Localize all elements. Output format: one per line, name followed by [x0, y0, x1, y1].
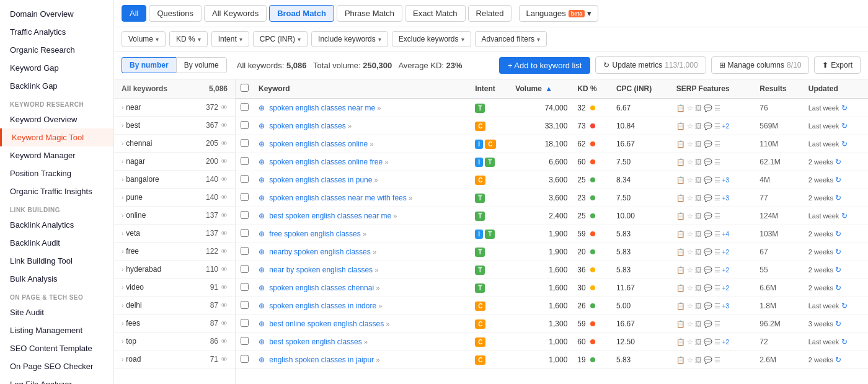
sidebar-item-domain-overview[interactable]: Domain Overview	[0, 5, 113, 23]
kd-filter[interactable]: KD % ▾	[169, 31, 208, 47]
left-panel-item[interactable]: › nagar 200 👁	[114, 153, 235, 171]
left-panel-item[interactable]: › free 122 👁	[114, 243, 235, 261]
updated-column-header[interactable]: Updated	[804, 79, 868, 99]
add-keyword-icon[interactable]: ⊕	[259, 212, 265, 220]
left-panel-item[interactable]: › near 372 👁	[114, 99, 235, 117]
refresh-icon[interactable]: ↻	[835, 284, 841, 292]
sidebar-item-organic-research[interactable]: Organic Research	[0, 41, 113, 59]
row-checkbox-cell[interactable]	[236, 171, 254, 189]
keyword-expand-icon[interactable]: »	[378, 302, 382, 310]
intent-column-header[interactable]: Intent	[470, 79, 510, 99]
keyword-expand-icon[interactable]: »	[363, 230, 366, 238]
keyword-expand-icon[interactable]: »	[370, 140, 373, 148]
keyword-expand-icon[interactable]: »	[409, 194, 412, 202]
add-keyword-icon[interactable]: ⊕	[259, 194, 265, 202]
keyword-link[interactable]: best spoken english classes	[269, 337, 361, 346]
sidebar-item-listing-management[interactable]: Listing Management	[0, 321, 113, 339]
left-panel-item[interactable]: › top 86 👁	[114, 333, 235, 351]
keyword-expand-icon[interactable]: »	[377, 104, 381, 112]
keyword-link[interactable]: spoken english classes online	[269, 140, 368, 148]
row-checkbox-cell[interactable]	[236, 207, 254, 225]
sidebar-item-link-building-tool[interactable]: Link Building Tool	[0, 252, 113, 270]
exclude-keywords-filter[interactable]: Exclude keywords ▾	[392, 31, 471, 47]
eye-icon[interactable]: 👁	[221, 337, 228, 345]
eye-icon[interactable]: 👁	[221, 212, 228, 219]
add-keyword-icon[interactable]: ⊕	[259, 266, 265, 274]
sidebar-item-keyword-overview[interactable]: Keyword Overview	[0, 110, 113, 128]
left-panel-item[interactable]: › chennai 205 👁	[114, 135, 235, 153]
keyword-link[interactable]: spoken english classes in indore	[269, 301, 376, 310]
refresh-icon[interactable]: ↻	[841, 301, 848, 310]
eye-icon[interactable]: 👁	[221, 301, 228, 309]
add-keyword-icon[interactable]: ⊕	[259, 301, 265, 310]
languages-button[interactable]: Languages beta ▾	[519, 5, 598, 22]
sidebar-item-keyword-manager[interactable]: Keyword Manager	[0, 146, 113, 164]
results-column-header[interactable]: Results	[755, 79, 803, 99]
eye-icon[interactable]: 👁	[221, 176, 228, 183]
volume-column-header[interactable]: Volume ▲	[510, 79, 572, 99]
keyword-expand-icon[interactable]: »	[386, 320, 389, 328]
eye-icon[interactable]: 👁	[221, 284, 228, 291]
row-checkbox-cell[interactable]	[236, 99, 254, 117]
volume-filter[interactable]: Volume ▾	[122, 31, 166, 47]
sidebar-item-backlink-analytics[interactable]: Backlink Analytics	[0, 216, 113, 234]
add-keyword-icon[interactable]: ⊕	[259, 176, 265, 184]
left-panel-item[interactable]: › delhi 87 👁	[114, 297, 235, 315]
keyword-expand-icon[interactable]: »	[374, 176, 378, 184]
refresh-icon[interactable]: ↻	[835, 194, 841, 202]
left-panel-item[interactable]: › road 71 👁	[114, 351, 235, 368]
add-keyword-icon[interactable]: ⊕	[259, 122, 265, 130]
row-checkbox-cell[interactable]	[236, 117, 254, 135]
keyword-link[interactable]: spoken english classes near me	[269, 104, 375, 112]
refresh-icon[interactable]: ↻	[835, 158, 841, 166]
refresh-icon[interactable]: ↻	[841, 337, 848, 346]
sidebar-item-site-audit[interactable]: Site Audit	[0, 303, 113, 321]
tab-broad-match[interactable]: Broad Match	[269, 5, 334, 22]
sidebar-item-seo-content-template[interactable]: SEO Content Template	[0, 339, 113, 357]
left-panel-item[interactable]: › pune 140 👁	[114, 189, 235, 207]
row-checkbox-cell[interactable]	[236, 153, 254, 171]
left-panel-item[interactable]: › video 91 👁	[114, 279, 235, 297]
row-checkbox-cell[interactable]	[236, 333, 254, 351]
by-number-button[interactable]: By number	[122, 57, 176, 73]
keyword-link[interactable]: spoken english classes in pune	[269, 176, 372, 184]
refresh-icon[interactable]: ↻	[835, 248, 841, 256]
keyword-link[interactable]: near by spoken english classes	[269, 266, 373, 274]
left-panel-item[interactable]: › bangalore 140 👁	[114, 171, 235, 189]
sidebar-item-traffic-analytics[interactable]: Traffic Analytics	[0, 23, 113, 41]
tab-exact-match[interactable]: Exact Match	[405, 5, 466, 22]
refresh-icon[interactable]: ↻	[835, 319, 841, 328]
left-panel-item[interactable]: › fees 87 👁	[114, 315, 235, 333]
add-keyword-icon[interactable]: ⊕	[259, 158, 265, 166]
keyword-link[interactable]: english spoken classes in jaipur	[269, 355, 374, 364]
sidebar-item-position-tracking[interactable]: Position Tracking	[0, 164, 113, 182]
tab-all[interactable]: All	[122, 5, 146, 22]
row-checkbox-cell[interactable]	[236, 279, 254, 297]
eye-icon[interactable]: 👁	[221, 248, 228, 255]
refresh-icon[interactable]: ↻	[841, 212, 848, 220]
include-keywords-filter[interactable]: Include keywords ▾	[311, 31, 388, 47]
keyword-link[interactable]: nearby spoken english classes	[269, 248, 370, 256]
sidebar-item-log-file-analyzer[interactable]: Log File Analyzer	[0, 375, 113, 384]
refresh-icon[interactable]: ↻	[841, 104, 848, 112]
keyword-expand-icon[interactable]: »	[384, 158, 388, 166]
kd-column-header[interactable]: KD %	[572, 79, 611, 99]
keyword-link[interactable]: spoken english classes near me with fees	[269, 194, 406, 202]
left-panel-item[interactable]: › veta 137 👁	[114, 225, 235, 243]
left-panel-item[interactable]: › best 367 👁	[114, 117, 235, 135]
keyword-link[interactable]: free spoken english classes	[269, 230, 360, 238]
row-checkbox-cell[interactable]	[236, 225, 254, 243]
eye-icon[interactable]: 👁	[221, 122, 228, 129]
row-checkbox-cell[interactable]	[236, 261, 254, 279]
keyword-link[interactable]: best online spoken english classes	[269, 319, 384, 328]
add-keyword-icon[interactable]: ⊕	[259, 230, 265, 238]
keyword-expand-icon[interactable]: »	[374, 266, 378, 274]
refresh-icon[interactable]: ↻	[835, 176, 841, 184]
tab-questions[interactable]: Questions	[149, 5, 202, 22]
add-keyword-icon[interactable]: ⊕	[259, 248, 265, 256]
keyword-expand-icon[interactable]: »	[373, 248, 376, 256]
refresh-icon[interactable]: ↻	[841, 140, 848, 148]
advanced-filters[interactable]: Advanced filters ▾	[475, 31, 547, 47]
export-button[interactable]: ⬆ Export	[814, 56, 861, 74]
tab-related[interactable]: Related	[468, 5, 512, 22]
